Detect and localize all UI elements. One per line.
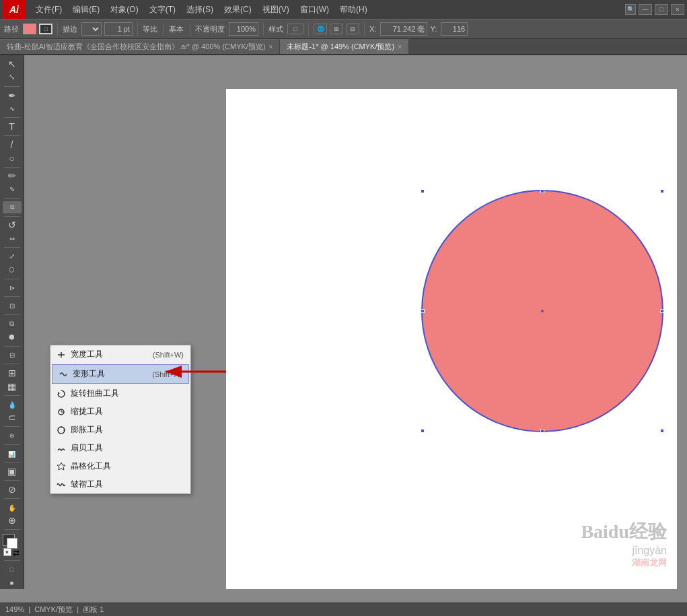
status-info: 149% | CMYK/预览 | 画板 1 xyxy=(5,605,104,615)
toolbar-sep-2 xyxy=(137,22,138,36)
grid-icon[interactable]: ⊞ xyxy=(330,24,343,34)
minimize-icon[interactable]: — xyxy=(639,4,652,15)
y-input[interactable] xyxy=(441,22,468,36)
globe-icon[interactable]: 🌐 xyxy=(314,24,327,34)
free-transform-tool[interactable]: ⊡ xyxy=(3,300,22,312)
eyedropper-tool[interactable] xyxy=(3,398,22,410)
live-paint-tool[interactable]: ⬢ xyxy=(3,331,22,343)
menu-window[interactable]: 窗口(W) xyxy=(295,2,334,18)
left-toolbar: ⤡ ∿ ✎ ≋ ⇔ ⤢ ⬡ ⊳ ⊡ ⧉ ⬢ ⊟ ⊛ xyxy=(0,55,24,589)
symbol-sprayer-tool[interactable]: ⊛ xyxy=(3,430,22,442)
reflect-tool[interactable]: ⇔ xyxy=(3,232,22,244)
direct-selection-tool[interactable]: ⤡ xyxy=(3,71,22,83)
handle-bottom[interactable] xyxy=(540,429,544,433)
zoom-tool[interactable] xyxy=(3,514,22,526)
lt-sep-16 xyxy=(4,462,20,463)
cm-item-twist-tool[interactable]: 旋转扭曲工具 xyxy=(50,384,190,403)
shear-tool[interactable]: ⬡ xyxy=(3,264,22,276)
gradient-tool[interactable] xyxy=(3,380,22,392)
scale-label: 等比 xyxy=(143,24,157,34)
cm-label-pucker-tool: 缩拢工具 xyxy=(71,406,103,417)
handle-right[interactable] xyxy=(660,309,664,313)
lt-sep-13 xyxy=(4,395,20,396)
crystallize-tool-icon xyxy=(56,461,67,472)
none-color[interactable]: ✕ xyxy=(3,548,11,556)
menu-help[interactable]: 帮助(H) xyxy=(335,2,372,18)
scale-tool[interactable]: ⤢ xyxy=(3,250,22,263)
x-input[interactable] xyxy=(380,22,427,36)
menu-edit[interactable]: 编辑(E) xyxy=(68,2,104,18)
lt-sep-4 xyxy=(4,167,20,168)
handle-tr[interactable] xyxy=(660,189,664,193)
cm-item-wrinkle-tool[interactable]: 皱褶工具 xyxy=(50,475,190,493)
handle-br[interactable] xyxy=(660,429,664,433)
width-tool-2[interactable]: ⊳ xyxy=(3,281,22,294)
paintbrush-tool[interactable] xyxy=(3,170,22,182)
menu-object[interactable]: 对象(O) xyxy=(106,2,143,18)
stroke-select[interactable] xyxy=(81,22,102,36)
slice-tool[interactable] xyxy=(3,483,22,495)
warp-tool[interactable]: ≋ xyxy=(3,201,22,213)
stroke-size-input[interactable] xyxy=(104,22,133,36)
stroke-swatch[interactable] xyxy=(7,538,17,549)
cm-item-crystallize-tool[interactable]: 晶格化工具 xyxy=(50,457,190,475)
draw-mode[interactable]: □ xyxy=(3,563,22,576)
artboard-tool[interactable] xyxy=(3,465,22,477)
toolbar: 路径 □ 描边 等比 基本 不透明度 样式 □ 🌐 ⊞ ⊟ X: Y: xyxy=(0,19,687,39)
opacity-input[interactable] xyxy=(229,22,258,36)
tab-0[interactable]: 转曲-松鼠AI智适应教育《全国合作校校区安全指南》.ai* @ 400% (CM… xyxy=(0,39,280,54)
tab-bar: 转曲-松鼠AI智适应教育《全国合作校校区安全指南》.ai* @ 400% (CM… xyxy=(0,39,687,55)
toolbar-sep-5 xyxy=(263,22,264,36)
ellipse-shape[interactable] xyxy=(421,190,663,432)
handle-left[interactable] xyxy=(421,309,425,313)
blend-tool[interactable] xyxy=(3,411,22,423)
path-label: 路径 xyxy=(4,24,19,34)
toolbar-sep-4 xyxy=(190,22,190,36)
perspective-grid-tool[interactable]: ⊟ xyxy=(3,349,22,361)
pencil-tool[interactable]: ✎ xyxy=(3,183,22,195)
tab-0-label: 转曲-松鼠AI智适应教育《全国合作校校区安全指南》.ai* @ 400% (CM… xyxy=(7,42,266,52)
handle-tl[interactable] xyxy=(421,189,425,193)
menu-text[interactable]: 文字(T) xyxy=(145,2,180,18)
chars-icon[interactable]: ⊟ xyxy=(346,24,359,34)
cm-item-warp-tool[interactable]: 变形工具 (Shift+R) xyxy=(52,364,189,384)
shape-tool[interactable] xyxy=(3,152,22,164)
cm-shortcut-warp-tool: (Shift+R) xyxy=(152,370,182,378)
fill-color-box[interactable] xyxy=(23,24,36,34)
cm-item-pucker-tool[interactable]: 缩拢工具 xyxy=(50,403,190,421)
stroke-color-box[interactable]: □ xyxy=(39,24,52,34)
tab-0-close[interactable]: × xyxy=(269,43,273,50)
cm-item-scallop-tool[interactable]: 扇贝工具 xyxy=(50,439,190,457)
handle-bl[interactable] xyxy=(421,429,425,433)
curvature-tool[interactable]: ∿ xyxy=(3,103,22,115)
menu-effect[interactable]: 效果(C) xyxy=(219,2,256,18)
selection-tool[interactable] xyxy=(3,58,22,70)
hand-tool[interactable] xyxy=(3,501,22,513)
context-menu: 宽度工具 (Shift+W) 变形工具 (Shift+R) 旋转扭曲工具 xyxy=(50,345,191,494)
line-tool[interactable] xyxy=(3,139,22,151)
handle-top[interactable] xyxy=(540,189,544,193)
search-icon[interactable]: 🔍 xyxy=(625,4,636,15)
menu-file[interactable]: 文件(F) xyxy=(31,2,67,18)
text-tool[interactable] xyxy=(3,121,22,133)
cm-label-warp-tool: 变形工具 xyxy=(73,368,105,380)
close-icon[interactable]: × xyxy=(671,4,684,15)
swap-color[interactable]: ⇄ xyxy=(13,548,21,556)
cm-item-bloat-tool[interactable]: 膨胀工具 xyxy=(50,421,190,439)
maximize-icon[interactable]: □ xyxy=(655,4,668,15)
lt-sep-7 xyxy=(4,247,20,248)
menu-select[interactable]: 选择(S) xyxy=(182,2,218,18)
mesh-tool[interactable] xyxy=(3,367,22,379)
menu-view[interactable]: 视图(V) xyxy=(258,2,294,18)
tab-1[interactable]: 未标题-1* @ 149% (CMYK/预览) × xyxy=(280,39,409,54)
lt-sep-1 xyxy=(4,86,20,87)
rotate-tool[interactable] xyxy=(3,219,22,231)
site-watermark: 湖南龙网 xyxy=(632,557,667,569)
draw-behind[interactable]: ■ xyxy=(3,577,22,589)
shape-builder-tool[interactable]: ⧉ xyxy=(3,318,22,330)
tab-1-close[interactable]: × xyxy=(398,43,402,50)
style-icon[interactable]: □ xyxy=(287,24,303,34)
cm-item-width-tool[interactable]: 宽度工具 (Shift+W) xyxy=(50,345,190,364)
pen-tool[interactable] xyxy=(3,90,22,102)
graph-tool[interactable] xyxy=(3,447,22,459)
